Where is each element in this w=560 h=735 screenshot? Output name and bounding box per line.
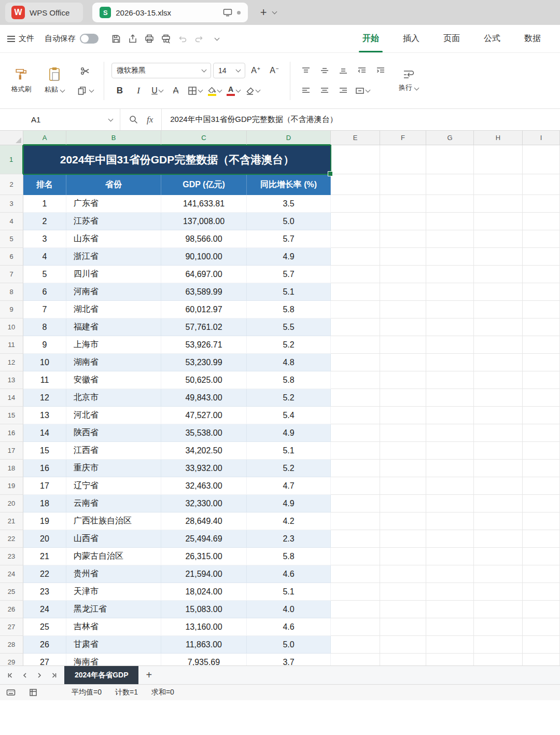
wrap-text-button[interactable]: 换行 [392, 59, 425, 103]
cell-I15[interactable] [523, 407, 560, 424]
cell-I28[interactable] [523, 636, 560, 654]
row-header-11[interactable]: 11 [0, 336, 23, 354]
cell-C15[interactable]: 47,527.00 [161, 407, 247, 424]
cell-E13[interactable] [331, 371, 380, 389]
cell-C3[interactable]: 141,633.81 [161, 195, 247, 213]
cell-E25[interactable] [331, 583, 380, 601]
cell-E16[interactable] [331, 424, 380, 442]
cell-D27[interactable]: 4.6 [247, 618, 331, 636]
cell-D25[interactable]: 5.1 [247, 583, 331, 601]
align-left-button[interactable] [298, 83, 314, 99]
cell-A26[interactable]: 24 [23, 601, 66, 618]
cell-F20[interactable] [380, 495, 426, 512]
print-button[interactable] [141, 31, 158, 47]
row-header-14[interactable]: 14 [0, 389, 23, 407]
ribbon-tab-数据[interactable]: 数据 [512, 25, 553, 52]
cell-F21[interactable] [380, 512, 426, 530]
column-header-H[interactable]: H [474, 131, 523, 145]
cell-D16[interactable]: 4.9 [247, 424, 331, 442]
cell-E4[interactable] [331, 213, 380, 230]
cell-A23[interactable]: 21 [23, 548, 66, 565]
underline-button[interactable]: U [149, 83, 165, 99]
cell-B7[interactable]: 四川省 [66, 266, 161, 283]
cell-D23[interactable]: 5.8 [247, 548, 331, 565]
cell-D12[interactable]: 4.8 [247, 354, 331, 371]
cell-F25[interactable] [380, 583, 426, 601]
cell-F6[interactable] [380, 248, 426, 266]
cell-C4[interactable]: 137,008.00 [161, 213, 247, 230]
cell-C24[interactable]: 21,594.00 [161, 565, 247, 583]
first-sheet-button[interactable] [4, 669, 17, 682]
format-painter-button[interactable]: 格式刷 [6, 59, 36, 103]
cell-G9[interactable] [426, 301, 474, 318]
table-header-B2[interactable]: 省份 [66, 174, 161, 195]
cell-F3[interactable] [380, 195, 426, 213]
cell-E27[interactable] [331, 618, 380, 636]
cell-H3[interactable] [474, 195, 523, 213]
cell-F27[interactable] [380, 618, 426, 636]
cell-A22[interactable]: 20 [23, 530, 66, 548]
cell-H25[interactable] [474, 583, 523, 601]
cell-E10[interactable] [331, 318, 380, 336]
cell-H6[interactable] [474, 248, 523, 266]
column-header-I[interactable]: I [523, 131, 560, 145]
row-header-17[interactable]: 17 [0, 442, 23, 460]
export-button[interactable] [124, 31, 141, 47]
cell-B21[interactable]: 广西壮族自治区 [66, 512, 161, 530]
cell-A28[interactable]: 26 [23, 636, 66, 654]
cell-G2[interactable] [426, 174, 474, 195]
cell-A5[interactable]: 3 [23, 230, 66, 248]
cell-B4[interactable]: 江苏省 [66, 213, 161, 230]
cell-C14[interactable]: 49,843.00 [161, 389, 247, 407]
cell-C28[interactable]: 11,863.00 [161, 636, 247, 654]
cell-G1[interactable] [426, 145, 474, 174]
row-header-5[interactable]: 5 [0, 230, 23, 248]
borders-button[interactable] [186, 83, 204, 99]
cell-D6[interactable]: 4.9 [247, 248, 331, 266]
cell-B24[interactable]: 贵州省 [66, 565, 161, 583]
cell-D3[interactable]: 3.5 [247, 195, 331, 213]
row-header-3[interactable]: 3 [0, 195, 23, 213]
align-middle-button[interactable] [316, 63, 333, 78]
cell-D14[interactable]: 5.2 [247, 389, 331, 407]
cell-F22[interactable] [380, 530, 426, 548]
cell-H28[interactable] [474, 636, 523, 654]
cell-D18[interactable]: 5.2 [247, 460, 331, 477]
cell-B10[interactable]: 福建省 [66, 318, 161, 336]
cell-H21[interactable] [474, 512, 523, 530]
cell-C6[interactable]: 90,100.00 [161, 248, 247, 266]
cell-E1[interactable] [331, 145, 380, 174]
cell-D21[interactable]: 4.2 [247, 512, 331, 530]
cell-E7[interactable] [331, 266, 380, 283]
cell-A24[interactable]: 22 [23, 565, 66, 583]
row-header-8[interactable]: 8 [0, 283, 23, 301]
cell-I3[interactable] [523, 195, 560, 213]
previous-sheet-button[interactable] [19, 669, 31, 682]
print-preview-button[interactable] [158, 31, 174, 47]
cell-H19[interactable] [474, 477, 523, 495]
cell-I7[interactable] [523, 266, 560, 283]
row-header-6[interactable]: 6 [0, 248, 23, 266]
decrease-indent-button[interactable] [354, 63, 370, 78]
cell-A27[interactable]: 25 [23, 618, 66, 636]
wps-brand[interactable]: W WPS Office [5, 3, 83, 22]
cell-I26[interactable] [523, 601, 560, 618]
cell-A9[interactable]: 7 [23, 301, 66, 318]
cell-I14[interactable] [523, 389, 560, 407]
cell-B3[interactable]: 广东省 [66, 195, 161, 213]
cell-I10[interactable] [523, 318, 560, 336]
cell-B8[interactable]: 河南省 [66, 283, 161, 301]
formula-input[interactable]: 2024年中国31省份GDP完整数据（不含港澳台） [162, 109, 560, 130]
paste-button[interactable]: 粘贴 [39, 59, 69, 103]
cell-E22[interactable] [331, 530, 380, 548]
cell-B18[interactable]: 重庆市 [66, 460, 161, 477]
cell-E19[interactable] [331, 477, 380, 495]
cell-E26[interactable] [331, 601, 380, 618]
cell-B26[interactable]: 黑龙江省 [66, 601, 161, 618]
cell-A16[interactable]: 14 [23, 424, 66, 442]
cell-G5[interactable] [426, 230, 474, 248]
cell-D24[interactable]: 4.6 [247, 565, 331, 583]
undo-button[interactable] [174, 31, 191, 47]
cell-F8[interactable] [380, 283, 426, 301]
cell-A18[interactable]: 16 [23, 460, 66, 477]
